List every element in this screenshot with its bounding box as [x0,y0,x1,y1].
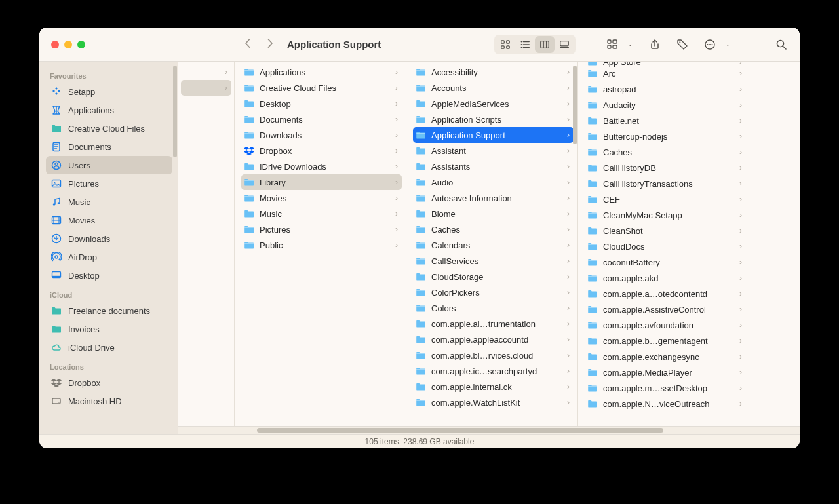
file-row[interactable]: CleanMyMac Setapp› [585,207,746,223]
file-row[interactable]: Accounts› [413,80,574,96]
file-row[interactable]: CEF› [585,191,746,207]
sidebar-item[interactable]: Creative Cloud Files [46,119,172,138]
file-row[interactable]: Biome› [413,206,574,222]
file-row[interactable]: com.apple.m…ssetDesktop› [585,380,746,396]
sidebar-item[interactable]: Setapp [46,83,172,101]
sidebar-item[interactable]: Documents [46,138,172,156]
chevron-right-icon: › [567,257,570,265]
sidebar-scrollbar[interactable] [173,66,177,157]
column-1[interactable]: Applications›Creative Cloud Files›Deskto… [235,62,406,434]
file-row[interactable]: astropad› [585,81,746,97]
file-row[interactable]: Creative Cloud Files› [241,80,402,96]
file-row[interactable]: Public› [241,237,402,253]
file-row[interactable]: Library› [241,174,402,190]
sidebar-item[interactable]: AirDrop [46,248,172,266]
sidebar-item[interactable]: Desktop [46,266,172,284]
column-view-button[interactable] [535,36,555,53]
share-button[interactable] [646,36,664,53]
file-row[interactable]: Applications› [241,64,402,80]
file-row[interactable]: Dropbox› [241,143,402,159]
file-row[interactable]: CloudStorage› [413,269,574,284]
file-row[interactable]: com.apple.a…otedcontentd› [585,286,746,301]
file-row[interactable]: Battle.net› [585,113,746,128]
actions-button[interactable] [701,36,719,53]
column-3[interactable]: App Store›Arc›astropad›Audacity›Battle.n… [578,62,750,434]
file-row[interactable]: com.apple.akd› [585,270,746,286]
file-row[interactable]: Accessibility› [413,64,574,80]
column-2[interactable]: Accessibility›Accounts›AppleMediaService… [406,62,578,434]
file-row[interactable]: Application Scripts› [413,111,574,127]
file-row[interactable]: AppleMediaServices› [413,96,574,111]
tags-button[interactable] [673,36,692,53]
file-row[interactable]: Downloads› [241,127,402,143]
file-row[interactable]: com.apple.WatchListKit› [413,395,574,410]
file-row[interactable]: Caches› [413,222,574,237]
sidebar-item[interactable]: Users [46,156,172,174]
group-by-button[interactable] [603,36,621,53]
file-row[interactable]: › [181,80,231,96]
file-row[interactable]: com.apple.exchangesync› [585,349,746,364]
file-row[interactable]: com.apple.N…viceOutreach› [585,396,746,412]
minimize-button[interactable] [64,41,72,48]
sidebar-item[interactable]: Movies [46,211,172,229]
sidebar-item[interactable]: Music [46,193,172,211]
sidebar-item[interactable]: iCloud Drive [46,338,172,357]
file-row[interactable]: Movies› [241,190,402,206]
close-button[interactable] [51,41,59,48]
list-view-button[interactable] [515,36,535,53]
file-row[interactable]: Desktop› [241,96,402,111]
sidebar-item[interactable]: Applications [46,101,172,119]
file-row[interactable]: CallHistoryTransactions› [585,176,746,191]
file-row[interactable]: Audio› [413,174,574,190]
horizontal-scrollbar-thumb[interactable] [257,428,663,433]
sidebar-item[interactable]: Freelance documents [46,301,172,320]
file-row[interactable]: com.apple.internal.ck› [413,379,574,395]
file-row[interactable]: Buttercup-nodejs› [585,128,746,144]
file-row[interactable]: Autosave Information› [413,190,574,206]
file-row[interactable]: Arc› [585,66,746,81]
file-row[interactable]: CleanShot› [585,223,746,239]
file-row[interactable]: CallServices› [413,253,574,269]
file-row[interactable]: com.apple.appleaccountd› [413,332,574,347]
file-row[interactable]: com.apple.MediaPlayer› [585,364,746,380]
sidebar-item[interactable]: Macintosh HD [46,392,172,410]
sidebar-item[interactable]: Dropbox [46,374,172,392]
forward-button[interactable] [265,37,275,51]
chevron-right-icon: › [567,163,570,170]
sidebar[interactable]: FavouritesSetappApplicationsCreative Clo… [39,62,178,434]
file-row[interactable]: › [181,64,231,80]
sidebar-item[interactable]: Pictures [46,174,172,193]
icon-view-button[interactable] [496,36,515,53]
file-row[interactable]: coconutBattery› [585,254,746,270]
column-0[interactable]: ››∥ [178,62,235,434]
sidebar-item[interactable]: Invoices [46,320,172,338]
file-row[interactable]: Application Support› [413,127,574,143]
file-row[interactable]: com.apple.AssistiveControl› [585,301,746,317]
file-row[interactable]: Assistant› [413,143,574,159]
file-row[interactable]: com.apple.avfoundation› [585,317,746,333]
file-row[interactable]: Assistants› [413,159,574,174]
file-row[interactable]: com.apple.ic…searchpartyd› [413,363,574,379]
file-row[interactable]: com.apple.b…gementagent› [585,333,746,349]
sidebar-item[interactable]: Downloads [46,229,172,248]
file-row[interactable]: Music› [241,206,402,222]
file-row[interactable]: com.apple.bl…rvices.cloud› [413,347,574,363]
search-button[interactable] [772,36,790,53]
file-row[interactable]: Caches› [585,144,746,160]
file-row[interactable]: IDrive Downloads› [241,159,402,174]
file-row[interactable]: Calendars› [413,237,574,253]
file-row[interactable]: CallHistoryDB› [585,160,746,176]
file-row[interactable]: CloudDocs› [585,239,746,254]
gallery-view-button[interactable] [555,36,574,53]
file-row[interactable]: App Store› [585,62,746,66]
file-row[interactable]: Colors› [413,300,574,316]
file-row[interactable]: Pictures› [241,222,402,237]
file-row[interactable]: Documents› [241,111,402,127]
fullscreen-button[interactable] [77,41,85,48]
file-row[interactable]: ColorPickers› [413,284,574,300]
file-row[interactable]: com.apple.ai…trumentation› [413,316,574,332]
file-row[interactable]: Audacity› [585,97,746,113]
column-scrollbar[interactable] [573,66,577,144]
back-button[interactable] [243,37,253,51]
horizontal-scrollbar-track[interactable] [178,426,800,434]
